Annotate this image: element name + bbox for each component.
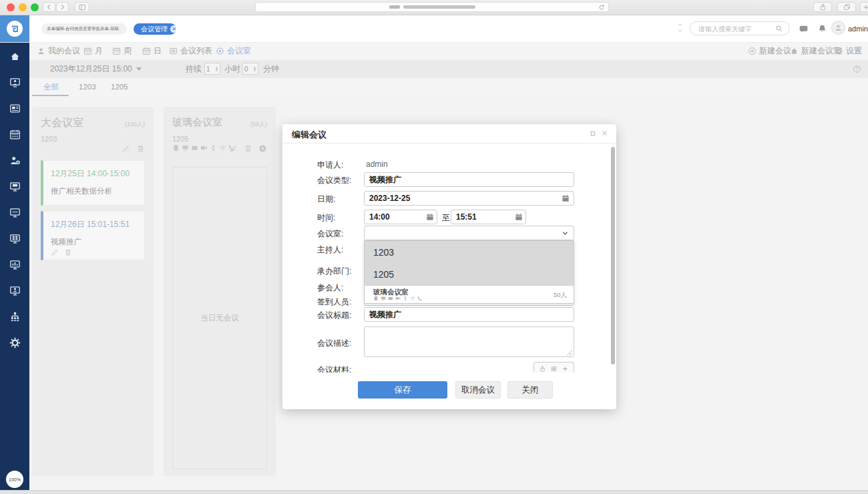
workspace-tab-meeting-admin[interactable]: 会议管理 ✕ [134, 23, 176, 35]
sidebar-item-org-chart[interactable] [0, 304, 29, 330]
save-button[interactable]: 保存 [358, 381, 447, 399]
sidebar-item-calendar[interactable] [0, 121, 29, 148]
nav-item-4[interactable]: 日 [142, 42, 162, 60]
maximize-icon[interactable] [590, 130, 596, 137]
cancel-meeting-button[interactable]: 取消会议 [455, 381, 501, 399]
add-meeting-icon[interactable] [258, 144, 267, 153]
stepper-arrows-icon[interactable]: ▲▼ [215, 66, 218, 71]
description-textarea[interactable] [364, 326, 574, 357]
sidebar-item-user-gear[interactable] [0, 148, 29, 174]
sidebar-item-home[interactable] [0, 43, 29, 69]
close-button[interactable]: 关闭 [507, 381, 553, 399]
meeting-entry[interactable]: 12月25日 14:00-15:00 推广相关数据分析 [41, 160, 145, 206]
notifications-icon[interactable] [817, 24, 827, 34]
date-picker[interactable]: 2023年12月25日 15:00 [50, 63, 132, 75]
tablet-icon [373, 296, 379, 301]
delete-room-icon[interactable] [244, 144, 252, 153]
avatar[interactable] [831, 21, 845, 35]
date-input[interactable] [364, 191, 574, 206]
dropdown-room-devices [373, 296, 423, 301]
room-tab-1205[interactable]: 1205 [111, 78, 128, 95]
minutes-value: 0 [244, 65, 248, 73]
plus-circle-o-icon [748, 47, 756, 55]
dialog-scrollbar[interactable] [611, 147, 615, 364]
browser-back-button[interactable] [43, 2, 55, 12]
browser-share-button[interactable] [813, 2, 832, 12]
calendar-icon[interactable] [426, 213, 434, 221]
wifi-icon [410, 296, 415, 301]
stepper-arrows-icon[interactable]: ▲▼ [253, 66, 256, 71]
room-dropdown-glass-room[interactable]: 玻璃会议室 50人 [365, 285, 574, 303]
sidebar-item-monitor-dots[interactable] [0, 200, 29, 226]
workspace-tab-label: 会议管理 [141, 25, 168, 34]
dialog-title: 编辑会议 [292, 129, 327, 141]
sidebar-item-gear[interactable] [0, 330, 29, 356]
sidebar-item-news[interactable] [0, 95, 29, 121]
zoom-level-badge[interactable]: 100% [6, 471, 23, 488]
header-collapse-control[interactable] [677, 22, 683, 33]
traffic-minimize-button[interactable] [19, 3, 27, 11]
room-filter-tabs: 全部12031205 [29, 78, 868, 97]
meeting-title: 推广相关数据分析 [51, 186, 112, 196]
sidebar-item-video-user[interactable] [0, 69, 29, 95]
list-icon [169, 47, 178, 55]
upload-icon[interactable] [539, 366, 546, 372]
add-file-icon[interactable] [562, 366, 568, 372]
action-2[interactable]: 新建会议室 [790, 42, 841, 60]
browser-tabs-overview-button[interactable] [837, 2, 856, 12]
traffic-close-button[interactable] [7, 3, 15, 11]
delete-meeting-icon[interactable] [64, 248, 72, 256]
meeting-type-input[interactable] [364, 172, 574, 187]
search-icon[interactable] [775, 25, 783, 33]
time-label: 时间: [317, 212, 335, 224]
sidebar-item-monitor-grid[interactable] [0, 226, 29, 252]
nav-item-5[interactable]: 会议列表 [169, 42, 212, 60]
reload-icon[interactable] [598, 4, 605, 11]
traffic-zoom-button[interactable] [31, 3, 39, 11]
minutes-stepper[interactable]: 0 ▲▼ [242, 63, 258, 75]
edit-room-icon[interactable] [229, 144, 238, 153]
nav-item-3[interactable]: 周 [112, 42, 132, 60]
sidebar-item-monitor-chart[interactable] [0, 252, 29, 278]
browser-new-tab-button[interactable] [860, 2, 868, 12]
room-tab-全部[interactable]: 全部 [43, 78, 59, 95]
calendar-icon[interactable] [562, 194, 570, 202]
messages-icon[interactable] [799, 24, 809, 34]
dialog-body: 申请人: admin 会议类型: 日期: 时间: 至 会议室: 主持人: 承办部… [282, 143, 616, 373]
nav-item-2[interactable]: 月 [83, 42, 103, 60]
help-icon[interactable] [853, 65, 861, 73]
date-caret-icon[interactable] [136, 67, 142, 71]
workspace-tab-form-edit[interactable]: 表单编辑-合同信息变更审批表单-拟稿 ✕ [41, 23, 127, 35]
nav-item-6[interactable]: 会议室 [216, 42, 251, 60]
screen-icon [381, 296, 386, 301]
sidebar-item-monitor-user[interactable] [0, 278, 29, 304]
room-tab-1203[interactable]: 1203 [79, 78, 96, 95]
nav-item-1[interactable]: 我的会议 [37, 42, 80, 60]
room-option-1205[interactable]: 1205 [365, 263, 574, 285]
monitor-user-icon [9, 285, 21, 296]
tablet-icon [172, 144, 180, 152]
hours-stepper[interactable]: 1 ▲▼ [204, 63, 220, 75]
browser-address-bar[interactable] [255, 2, 609, 12]
phone-icon [417, 296, 423, 301]
duration-label: 持续 [186, 63, 202, 75]
edit-room-icon[interactable] [122, 144, 130, 153]
file-list-icon[interactable] [551, 366, 557, 372]
browser-forward-button[interactable] [56, 2, 69, 12]
browser-sidebar-toggle-button[interactable] [75, 2, 89, 12]
app-logo [0, 15, 29, 42]
action-1[interactable]: 新建会议 [748, 42, 791, 60]
edit-meeting-icon[interactable] [51, 248, 59, 256]
tab-close-icon[interactable]: ✕ [170, 25, 178, 33]
room-option-1203[interactable]: 1203 [365, 241, 574, 263]
meeting-entry[interactable]: 12月26日 15:01-15:51 视频推广 [41, 211, 145, 260]
meeting-title-input[interactable] [364, 307, 574, 322]
room-select[interactable] [364, 226, 574, 240]
sidebar-item-monitor-chat[interactable] [0, 174, 29, 200]
nav-item-label: 周 [124, 45, 132, 57]
action-3[interactable]: 设置 [835, 42, 862, 60]
delete-room-icon[interactable] [136, 144, 145, 153]
close-icon[interactable] [601, 130, 608, 137]
calendar-icon[interactable] [515, 213, 523, 221]
search-input[interactable] [697, 23, 773, 35]
